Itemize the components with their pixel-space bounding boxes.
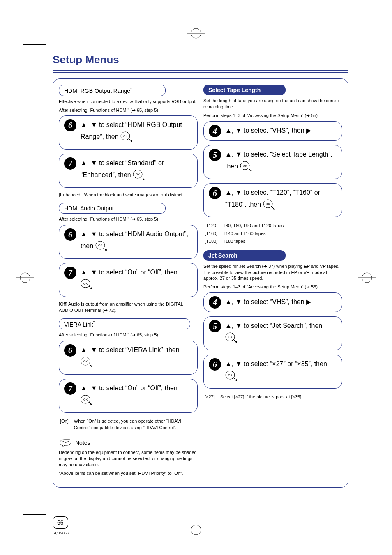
hdmi-rgb-step7: 7 ▲, ▼ to select “Standard” or “Enhanced… [59, 154, 198, 188]
ok-button-icon: OK [225, 332, 238, 347]
tape-length-desc1: Set the length of tape you are using so … [203, 98, 342, 110]
ok-button-icon: OK [95, 241, 108, 255]
step-number-icon: 6 [64, 119, 76, 131]
page-title: Setup Menus [53, 53, 351, 66]
tape-length-step6: 6 ▲, ▼ to select “T120”, “T160” or “T180… [203, 183, 342, 217]
tape-length-step4-text: ▲, ▼ to select “VHS”, then ▶ [225, 126, 337, 136]
hdmi-rgb-step6-text: ▲, ▼ to select “HDMI RGB Output Range”, … [81, 120, 192, 144]
heading-jet-search: Jet Search [203, 250, 286, 261]
ok-button-icon: OK [81, 279, 94, 293]
viera-link-step7-text: ▲, ▼ to select “On” or “Off”, then OK [81, 383, 192, 408]
right-column: Select Tape Length Set the length of tap… [203, 85, 342, 479]
step-number-icon: 6 [209, 358, 221, 371]
heading-hdmi-audio: HDMI Audio Output [59, 203, 166, 214]
hdmi-audio-off-note: [Off] Audio is output from an amplifier … [59, 301, 198, 313]
crop-mark-left [16, 269, 34, 286]
tape-length-step6-text: ▲, ▼ to select “T120”, “T160” or “T180”,… [225, 188, 337, 212]
jet-search-step5: 5 ▲, ▼ to select “Jet Search”, then OK [203, 316, 342, 350]
tape-length-desc2: Perform steps 1–3 of “Accessing the Setu… [203, 113, 342, 119]
hdmi-rgb-desc2: After selecting “Functions of HDMI” (➜ 6… [59, 107, 198, 113]
jet-search-desc1: Set the speed for Jet Search (➜ 37) when… [203, 263, 342, 282]
heading-hdmi-rgb: HDMI RGB Output Range* [59, 85, 166, 96]
svg-text:OK: OK [83, 360, 88, 363]
left-column: HDMI RGB Output Range* Effective when co… [59, 85, 198, 479]
jet-search-step4-text: ▲, ▼ to select “VHS”, then ▶ [225, 297, 337, 307]
svg-text:OK: OK [228, 336, 232, 339]
content-frame: HDMI RGB Output Range* Effective when co… [53, 78, 348, 488]
page-number: 66 [53, 516, 68, 529]
step-number-icon: 4 [209, 125, 221, 137]
svg-text:OK: OK [228, 374, 232, 377]
step-number-icon: 6 [64, 228, 76, 241]
hdmi-rgb-enhanced-note: [Enhanced] When the black and white imag… [59, 192, 198, 198]
manual-page: Setup Menus HDMI RGB Output Range* Effec… [0, 0, 392, 555]
notes-heading: Notes [59, 438, 198, 448]
footer-code: RQT9056 [53, 531, 69, 535]
asterisk: * [93, 320, 95, 325]
step-number-icon: 5 [209, 320, 221, 332]
step-number-icon: 7 [64, 157, 76, 170]
hdmi-rgb-step7-text: ▲, ▼ to select “Standard” or “Enhanced”,… [81, 158, 192, 182]
ok-button-icon: OK [81, 395, 94, 409]
tape-length-step5-text: ▲, ▼ to select “Select Tape Length”, the… [225, 150, 337, 174]
notes-body1: Depending on the equipment to connect, s… [59, 449, 198, 468]
viera-link-step6: 6 ▲, ▼ to select “VIERA Link”, then OK [59, 341, 198, 375]
jet-search-desc2: Perform steps 1–3 of “Accessing the Setu… [203, 284, 342, 290]
crop-mark-bottom [187, 521, 205, 539]
tape-length-option-table: [T120]T30, T60, T90 and T120 tapes [T160… [203, 221, 285, 246]
hdmi-rgb-step6: 6 ▲, ▼ to select “HDMI RGB Output Range”… [59, 115, 198, 150]
tape-length-step5: 5 ▲, ▼ to select “Select Tape Length”, t… [203, 145, 342, 179]
svg-text:OK: OK [98, 244, 102, 247]
crop-mark-top [187, 25, 205, 42]
ok-button-icon: OK [133, 170, 146, 184]
crop-mark-right [358, 269, 376, 286]
heading-hdmi-rgb-text: HDMI RGB Output Range [64, 88, 130, 94]
ok-button-icon: OK [263, 199, 276, 214]
hdmi-audio-step7: 7 ▲, ▼ to select “On” or “Off”, then OK [59, 263, 198, 297]
viera-link-step6-text: ▲, ▼ to select “VIERA Link”, then OK [81, 345, 192, 369]
heading-viera-link-text: VIERA Link [64, 321, 93, 327]
step-number-icon: 4 [209, 296, 221, 309]
jet-search-option-table: [×27]Select [×27] if the picture is poor… [203, 393, 304, 401]
step-number-icon: 6 [64, 344, 76, 357]
svg-text:OK: OK [123, 135, 127, 138]
svg-text:OK: OK [136, 173, 140, 176]
svg-text:OK: OK [266, 203, 270, 205]
viera-link-desc: After selecting “Functions of HDMI” (➜ 6… [59, 332, 198, 338]
step-number-icon: 6 [209, 187, 221, 199]
hdmi-audio-step6: 6 ▲, ▼ to select “HDMI Audio Output”, th… [59, 225, 198, 259]
step-number-icon: 5 [209, 149, 221, 161]
tape-length-step4: 4 ▲, ▼ to select “VHS”, then ▶ [203, 121, 342, 141]
viera-link-step7: 7 ▲, ▼ to select “On” or “Off”, then OK [59, 379, 198, 413]
ok-button-icon: OK [120, 131, 134, 146]
hdmi-audio-step7-text: ▲, ▼ to select “On” or “Off”, then OK [81, 267, 192, 292]
notes-body2: *Above items can be set when you set “HD… [59, 470, 198, 477]
jet-search-step4: 4 ▲, ▼ to select “VHS”, then ▶ [203, 292, 342, 312]
ok-button-icon: OK [225, 371, 238, 385]
notes-icon [59, 438, 72, 448]
hdmi-rgb-desc1: Effective when connected to a device tha… [59, 99, 198, 105]
svg-text:OK: OK [83, 398, 88, 401]
jet-search-step6-text: ▲, ▼ to select “×27” or “×35”, then OK [225, 359, 337, 383]
ok-button-icon: OK [240, 161, 253, 175]
step-number-icon: 7 [64, 267, 76, 279]
svg-text:OK: OK [243, 164, 247, 167]
ok-button-icon: OK [81, 357, 94, 371]
corner-bracket-bl [23, 492, 46, 515]
step-number-icon: 7 [64, 382, 76, 395]
hdmi-audio-desc: After selecting “Functions of HDMI” (➜ 6… [59, 216, 198, 222]
jet-search-step6: 6 ▲, ▼ to select “×27” or “×35”, then OK [203, 355, 342, 389]
jet-search-step5-text: ▲, ▼ to select “Jet Search”, then OK [225, 321, 337, 345]
title-underline [53, 70, 348, 73]
asterisk: * [130, 87, 132, 91]
heading-viera-link: VIERA Link* [59, 318, 190, 330]
viera-link-on-note: [On] When “On” is selected, you can oper… [59, 417, 198, 432]
heading-select-tape-length: Select Tape Length [203, 85, 286, 95]
corner-bracket-tl [23, 44, 46, 67]
hdmi-audio-step6-text: ▲, ▼ to select “HDMI Audio Output”, then… [81, 229, 192, 253]
svg-text:OK: OK [83, 282, 88, 285]
notes-label: Notes [75, 440, 90, 446]
